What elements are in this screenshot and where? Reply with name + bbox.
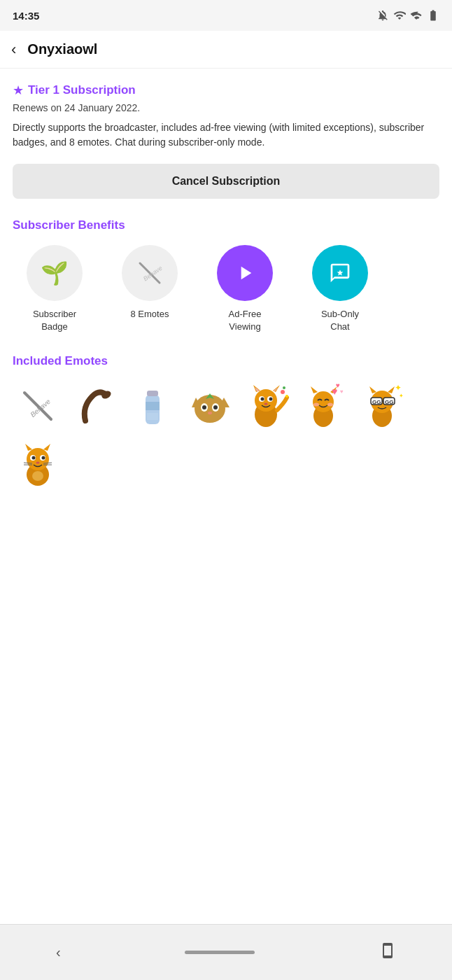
subscriber-badge-icon-circle: 🌱 (27, 245, 83, 301)
main-content: ★ Tier 1 Subscription Renews on 24 Janua… (0, 69, 452, 503)
notification-muted-icon (376, 9, 389, 22)
back-button[interactable]: ‹ (11, 41, 16, 59)
emote-cat-face (185, 381, 235, 431)
svg-point-58 (32, 456, 36, 460)
svg-point-29 (281, 390, 285, 394)
bottom-phone-button[interactable] (379, 942, 396, 962)
svg-rect-6 (147, 391, 158, 396)
svg-point-26 (261, 398, 264, 401)
svg-marker-55 (43, 444, 50, 451)
svg-rect-7 (146, 402, 160, 410)
renew-date: Renews on 24 January 2022. (13, 102, 439, 113)
svg-point-19 (255, 389, 277, 412)
emotes-section-title: Included Emotes (13, 354, 439, 368)
svg-marker-34 (311, 386, 318, 393)
page-title: Onyxiaowl (27, 41, 97, 57)
svg-point-14 (202, 405, 206, 410)
benefit-ad-free: Ad-FreeViewing (203, 245, 287, 333)
svg-point-30 (285, 395, 288, 398)
sub-chat-icon-circle (312, 245, 368, 301)
svg-point-36 (313, 403, 319, 407)
svg-text:GG: GG (372, 399, 381, 405)
svg-point-9 (195, 395, 225, 423)
leaf-icon: 🌱 (41, 260, 69, 286)
star-chat-icon (329, 262, 351, 284)
svg-point-59 (42, 456, 45, 460)
emotes-label: 8 Emotes (131, 308, 169, 321)
svg-point-15 (213, 405, 218, 410)
svg-text:GG: GG (385, 399, 393, 405)
cancel-subscription-button[interactable]: Cancel Subscription (13, 164, 439, 199)
svg-point-33 (313, 391, 334, 412)
svg-text:✦: ✦ (399, 393, 404, 399)
benefit-sub-chat: Sub-OnlyChat (298, 245, 382, 333)
benefits-grid: 🌱 SubscriberBadge Behave 8 Emotes A (13, 245, 439, 333)
benefit-subscriber-badge: 🌱 SubscriberBadge (13, 245, 97, 333)
nav-bar: ‹ Onyxiaowl (0, 31, 452, 69)
sub-chat-label: Sub-OnlyChat (321, 308, 359, 333)
tier-star-icon: ★ (13, 83, 24, 98)
signal-icon (410, 9, 423, 22)
emotes-icon-circle: Behave (122, 245, 178, 301)
phone-icon (379, 942, 396, 959)
subscription-tier: ★ Tier 1 Subscription (13, 83, 439, 98)
svg-marker-21 (273, 385, 280, 392)
svg-marker-43 (369, 386, 376, 393)
emote-cat-gg: GG GG ✦ ✦ (357, 381, 407, 431)
status-icons (376, 9, 439, 22)
svg-point-27 (269, 398, 273, 401)
emote-donate: Behave (13, 381, 63, 431)
wifi-icon (393, 9, 406, 22)
svg-text:♥: ♥ (340, 388, 344, 395)
emotes-grid: Behave (13, 381, 439, 489)
battery-icon (427, 9, 439, 22)
svg-point-28 (264, 403, 268, 405)
bottom-nav-bar: ‹ (0, 924, 452, 980)
svg-point-65 (32, 471, 43, 481)
ad-free-label: Ad-FreeViewing (229, 308, 262, 333)
play-icon (234, 262, 256, 284)
svg-marker-44 (388, 386, 395, 393)
emote-cat-hearts: ♥ ♥ ♥ (299, 381, 350, 431)
subscriber-badge-label: SubscriberBadge (33, 308, 76, 333)
emote-cat-happy (242, 381, 292, 431)
tier-title: Tier 1 Subscription (28, 83, 136, 97)
emote-cat-gold (13, 438, 63, 489)
svg-point-16 (208, 412, 212, 414)
status-time: 14:35 (13, 10, 39, 22)
emote-bottle (127, 381, 178, 431)
subscription-description: Directly supports the broadcaster, inclu… (13, 120, 439, 150)
svg-point-60 (36, 462, 40, 464)
svg-point-31 (283, 386, 285, 389)
home-pill[interactable] (185, 951, 255, 954)
emote-cat-tail (70, 381, 120, 431)
svg-text:✦: ✦ (395, 383, 402, 393)
bottom-back-button[interactable]: ‹ (56, 944, 61, 960)
benefits-section-title: Subscriber Benefits (13, 218, 439, 232)
svg-marker-54 (25, 444, 32, 451)
svg-point-37 (327, 403, 333, 407)
emotes-badge-icon: Behave (134, 258, 165, 288)
svg-rect-8 (147, 413, 158, 420)
benefit-emotes: Behave 8 Emotes (108, 245, 192, 333)
ad-free-icon-circle (217, 245, 273, 301)
status-bar: 14:35 (0, 0, 452, 31)
